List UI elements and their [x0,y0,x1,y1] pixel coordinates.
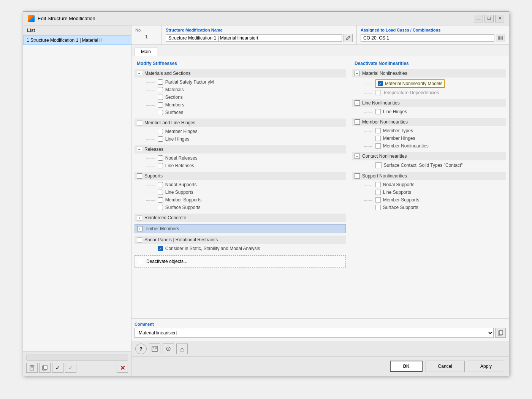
reinforced-concrete-header[interactable]: + Reinforced Concrete [135,214,346,222]
collapse-timber-btn[interactable]: + [137,226,142,231]
icon4-button[interactable] [176,344,188,354]
support-nonlinearities-header[interactable]: − Support Nonlinearities [352,172,506,180]
line-releases-label[interactable]: Line Releases [165,163,194,168]
collapse-materials-btn[interactable]: − [137,71,142,76]
surface-contact-label[interactable]: Surface Contact, Solid Types "Contact" [384,163,463,168]
collapse-contact-nl-btn[interactable]: − [355,154,360,159]
supports-header[interactable]: − Supports [135,172,346,180]
tab-main[interactable]: Main [135,47,157,56]
sections-checkbox[interactable] [158,95,163,100]
temperature-dependencies-label[interactable]: Temperature Dependencies [383,90,439,95]
members-label[interactable]: Members [165,102,184,108]
materials-sections-header[interactable]: − Materials and Sections [135,69,346,78]
nodal-releases-checkbox[interactable] [158,155,163,161]
member-nonlinearities-label[interactable]: Member Nonlinearities [383,143,429,149]
deactivate-objects-label[interactable]: Deactivate objects... [146,259,187,264]
line-nonlinearities-header[interactable]: − Line Nonlinearities [352,99,506,107]
help-button[interactable]: ? [135,344,147,354]
material-nonlinearity-models-checkbox[interactable]: ✓ [378,81,383,86]
collapse-rc-btn[interactable]: + [137,215,142,220]
assigned-input[interactable] [361,34,494,42]
collapse-support-nl-btn[interactable]: − [355,173,360,179]
assigned-table-button[interactable] [496,34,505,42]
collapse-line-nl-btn[interactable]: − [355,100,360,106]
collapse-supports-btn[interactable]: − [137,173,142,179]
surface-supports-nl-checkbox[interactable] [375,205,381,210]
collapse-member-nl-btn[interactable]: − [355,119,360,125]
nodal-supports-label[interactable]: Nodal Supports [165,182,197,187]
collapse-material-nl-btn[interactable]: − [355,71,360,76]
member-nonlinearities-header[interactable]: − Member Nonlinearities [352,118,506,126]
nodal-supports-nl-checkbox[interactable] [375,182,381,187]
comment-select[interactable]: Material linearisiert [135,328,494,338]
member-supports-nl-label[interactable]: Member Supports [383,197,419,203]
surfaces-label[interactable]: Surfaces [165,110,183,115]
surface-contact-checkbox[interactable] [375,162,382,168]
nodal-supports-checkbox[interactable] [158,182,163,187]
member-hinges-nl-label[interactable]: Member Hinges [383,136,415,141]
comment-copy-button[interactable] [495,328,506,338]
temperature-dependencies-checkbox[interactable] [375,90,381,95]
contact-nonlinearities-header[interactable]: − Contact Nonlinearities [352,152,506,160]
line-releases-checkbox[interactable] [158,163,163,168]
member-supports-nl-checkbox[interactable] [375,197,381,203]
surfaces-checkbox[interactable] [158,110,163,115]
materials-checkbox[interactable] [158,87,163,92]
check-button[interactable]: ✓ [52,363,63,373]
shear-panels-header[interactable]: − Shear Panels | Rotational Restraints [135,236,346,244]
collapse-shear-btn[interactable]: − [137,237,142,242]
apply-button[interactable]: Apply [468,361,504,372]
line-hinges-label[interactable]: Line Hinges [165,136,189,142]
nodal-supports-nl-label[interactable]: Nodal Supports [383,182,415,187]
uncheck-button[interactable]: ✓ [65,363,76,373]
line-hinges-nl-checkbox[interactable] [375,109,381,114]
member-line-hinges-header[interactable]: − Member and Line Hinges [135,119,346,127]
list-item[interactable]: 1 Structure Modification 1 | Material li [23,36,131,45]
partial-safety-checkbox[interactable] [158,79,163,85]
minimize-button[interactable]: — [474,15,483,22]
releases-header[interactable]: − Releases [135,145,346,154]
member-supports-checkbox[interactable] [158,197,163,203]
surface-supports-nl-label[interactable]: Surface Supports [383,205,418,210]
collapse-releases-btn[interactable]: − [137,147,142,152]
timber-members-header[interactable]: + Timber Members [135,224,346,233]
copy-button[interactable] [39,363,51,373]
consider-static-label[interactable]: Consider in Static, Stability and Modal … [165,246,260,251]
line-supports-label[interactable]: Line Supports [165,190,193,195]
delete-button[interactable]: ✕ [117,363,128,373]
nodal-releases-label[interactable]: Nodal Releases [165,155,198,161]
line-supports-nl-checkbox[interactable] [375,190,381,195]
member-nonlinearities-checkbox[interactable] [375,143,381,149]
cancel-button[interactable]: Cancel [426,361,465,372]
collapse-member-hinges-btn[interactable]: − [137,120,142,125]
icon3-button[interactable] [163,344,174,354]
partial-safety-label[interactable]: Partial Safety Factor γM [165,79,214,85]
line-supports-checkbox[interactable] [158,190,163,195]
material-nonlinearities-header[interactable]: − Material Nonlinearities [352,69,506,78]
member-types-checkbox[interactable] [375,128,381,133]
ok-button[interactable]: OK [390,361,423,372]
name-input[interactable] [166,34,342,42]
member-types-label[interactable]: Member Types [383,128,413,133]
member-hinges-nl-checkbox[interactable] [375,136,381,141]
member-hinges-label[interactable]: Member Hinges [165,129,198,134]
close-button[interactable]: ✕ [495,15,504,22]
member-supports-label[interactable]: Member Supports [165,197,201,203]
materials-label[interactable]: Materials [165,87,184,92]
material-nonlinearity-models-label[interactable]: Material Nonlinearity Models [385,81,442,86]
surface-supports-label[interactable]: Surface Supports [165,205,201,210]
line-hinges-checkbox[interactable] [158,136,163,142]
view-button[interactable] [149,344,160,354]
line-supports-nl-label[interactable]: Line Supports [383,190,411,195]
consider-static-checkbox-checked[interactable]: ✓ [158,246,163,251]
deactivate-objects-checkbox[interactable] [138,259,143,264]
add-button[interactable] [26,363,38,373]
line-hinges-nl-label[interactable]: Line Hinges [383,109,407,114]
surface-supports-checkbox[interactable] [158,205,163,210]
name-edit-button[interactable] [344,34,353,42]
member-hinges-checkbox[interactable] [158,129,163,134]
sections-label[interactable]: Sections [165,95,183,100]
maximize-button[interactable]: ☐ [484,15,494,22]
members-checkbox[interactable] [158,102,163,108]
scrollbar[interactable] [26,355,128,361]
